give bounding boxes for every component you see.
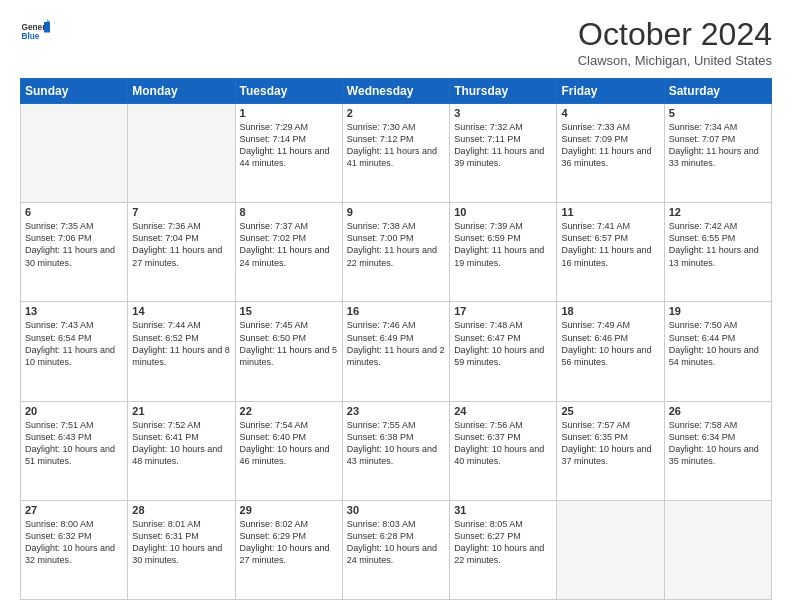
cell-sun-info: Sunrise: 7:49 AM Sunset: 6:46 PM Dayligh… [561, 319, 659, 368]
day-number: 5 [669, 107, 767, 119]
calendar-cell: 30Sunrise: 8:03 AM Sunset: 6:28 PM Dayli… [342, 500, 449, 599]
calendar-week-3: 13Sunrise: 7:43 AM Sunset: 6:54 PM Dayli… [21, 302, 772, 401]
cell-sun-info: Sunrise: 7:33 AM Sunset: 7:09 PM Dayligh… [561, 121, 659, 170]
calendar-cell: 20Sunrise: 7:51 AM Sunset: 6:43 PM Dayli… [21, 401, 128, 500]
calendar-cell: 15Sunrise: 7:45 AM Sunset: 6:50 PM Dayli… [235, 302, 342, 401]
cell-sun-info: Sunrise: 8:00 AM Sunset: 6:32 PM Dayligh… [25, 518, 123, 567]
calendar-cell: 22Sunrise: 7:54 AM Sunset: 6:40 PM Dayli… [235, 401, 342, 500]
day-number: 24 [454, 405, 552, 417]
cell-sun-info: Sunrise: 7:58 AM Sunset: 6:34 PM Dayligh… [669, 419, 767, 468]
day-number: 23 [347, 405, 445, 417]
day-number: 6 [25, 206, 123, 218]
calendar-cell: 4Sunrise: 7:33 AM Sunset: 7:09 PM Daylig… [557, 104, 664, 203]
calendar-cell: 25Sunrise: 7:57 AM Sunset: 6:35 PM Dayli… [557, 401, 664, 500]
day-header-sunday: Sunday [21, 79, 128, 104]
logo: General Blue [20, 16, 50, 46]
day-header-friday: Friday [557, 79, 664, 104]
day-number: 11 [561, 206, 659, 218]
cell-sun-info: Sunrise: 7:42 AM Sunset: 6:55 PM Dayligh… [669, 220, 767, 269]
calendar-cell [557, 500, 664, 599]
day-number: 4 [561, 107, 659, 119]
day-number: 19 [669, 305, 767, 317]
location: Clawson, Michigan, United States [578, 53, 772, 68]
day-number: 3 [454, 107, 552, 119]
cell-sun-info: Sunrise: 7:34 AM Sunset: 7:07 PM Dayligh… [669, 121, 767, 170]
calendar-cell [664, 500, 771, 599]
calendar-cell: 11Sunrise: 7:41 AM Sunset: 6:57 PM Dayli… [557, 203, 664, 302]
calendar-cell: 27Sunrise: 8:00 AM Sunset: 6:32 PM Dayli… [21, 500, 128, 599]
calendar-cell: 18Sunrise: 7:49 AM Sunset: 6:46 PM Dayli… [557, 302, 664, 401]
day-number: 7 [132, 206, 230, 218]
title-block: October 2024 Clawson, Michigan, United S… [578, 16, 772, 68]
day-number: 29 [240, 504, 338, 516]
cell-sun-info: Sunrise: 7:55 AM Sunset: 6:38 PM Dayligh… [347, 419, 445, 468]
calendar-cell: 17Sunrise: 7:48 AM Sunset: 6:47 PM Dayli… [450, 302, 557, 401]
day-header-monday: Monday [128, 79, 235, 104]
calendar-cell: 31Sunrise: 8:05 AM Sunset: 6:27 PM Dayli… [450, 500, 557, 599]
day-number: 13 [25, 305, 123, 317]
day-number: 21 [132, 405, 230, 417]
calendar-cell: 23Sunrise: 7:55 AM Sunset: 6:38 PM Dayli… [342, 401, 449, 500]
day-header-thursday: Thursday [450, 79, 557, 104]
calendar-week-4: 20Sunrise: 7:51 AM Sunset: 6:43 PM Dayli… [21, 401, 772, 500]
cell-sun-info: Sunrise: 7:30 AM Sunset: 7:12 PM Dayligh… [347, 121, 445, 170]
calendar-week-1: 1Sunrise: 7:29 AM Sunset: 7:14 PM Daylig… [21, 104, 772, 203]
cell-sun-info: Sunrise: 7:45 AM Sunset: 6:50 PM Dayligh… [240, 319, 338, 368]
month-title: October 2024 [578, 16, 772, 53]
calendar-week-5: 27Sunrise: 8:00 AM Sunset: 6:32 PM Dayli… [21, 500, 772, 599]
calendar-cell: 8Sunrise: 7:37 AM Sunset: 7:02 PM Daylig… [235, 203, 342, 302]
cell-sun-info: Sunrise: 7:51 AM Sunset: 6:43 PM Dayligh… [25, 419, 123, 468]
day-number: 12 [669, 206, 767, 218]
cell-sun-info: Sunrise: 7:50 AM Sunset: 6:44 PM Dayligh… [669, 319, 767, 368]
day-number: 28 [132, 504, 230, 516]
calendar-cell: 24Sunrise: 7:56 AM Sunset: 6:37 PM Dayli… [450, 401, 557, 500]
calendar-cell: 21Sunrise: 7:52 AM Sunset: 6:41 PM Dayli… [128, 401, 235, 500]
day-number: 9 [347, 206, 445, 218]
svg-marker-2 [44, 22, 50, 33]
calendar-cell: 10Sunrise: 7:39 AM Sunset: 6:59 PM Dayli… [450, 203, 557, 302]
day-number: 20 [25, 405, 123, 417]
cell-sun-info: Sunrise: 7:43 AM Sunset: 6:54 PM Dayligh… [25, 319, 123, 368]
page: General Blue October 2024 Clawson, Michi… [0, 0, 792, 612]
calendar-cell: 9Sunrise: 7:38 AM Sunset: 7:00 PM Daylig… [342, 203, 449, 302]
day-number: 14 [132, 305, 230, 317]
cell-sun-info: Sunrise: 7:56 AM Sunset: 6:37 PM Dayligh… [454, 419, 552, 468]
cell-sun-info: Sunrise: 7:48 AM Sunset: 6:47 PM Dayligh… [454, 319, 552, 368]
calendar-cell: 3Sunrise: 7:32 AM Sunset: 7:11 PM Daylig… [450, 104, 557, 203]
svg-text:Blue: Blue [22, 32, 40, 41]
calendar-table: SundayMondayTuesdayWednesdayThursdayFrid… [20, 78, 772, 600]
calendar-cell [128, 104, 235, 203]
cell-sun-info: Sunrise: 7:36 AM Sunset: 7:04 PM Dayligh… [132, 220, 230, 269]
cell-sun-info: Sunrise: 7:44 AM Sunset: 6:52 PM Dayligh… [132, 319, 230, 368]
day-number: 25 [561, 405, 659, 417]
cell-sun-info: Sunrise: 8:01 AM Sunset: 6:31 PM Dayligh… [132, 518, 230, 567]
calendar-cell: 19Sunrise: 7:50 AM Sunset: 6:44 PM Dayli… [664, 302, 771, 401]
calendar-cell: 6Sunrise: 7:35 AM Sunset: 7:06 PM Daylig… [21, 203, 128, 302]
cell-sun-info: Sunrise: 7:39 AM Sunset: 6:59 PM Dayligh… [454, 220, 552, 269]
calendar-cell: 26Sunrise: 7:58 AM Sunset: 6:34 PM Dayli… [664, 401, 771, 500]
header: General Blue October 2024 Clawson, Michi… [20, 16, 772, 68]
calendar-cell: 7Sunrise: 7:36 AM Sunset: 7:04 PM Daylig… [128, 203, 235, 302]
day-number: 30 [347, 504, 445, 516]
day-header-wednesday: Wednesday [342, 79, 449, 104]
cell-sun-info: Sunrise: 8:03 AM Sunset: 6:28 PM Dayligh… [347, 518, 445, 567]
cell-sun-info: Sunrise: 7:37 AM Sunset: 7:02 PM Dayligh… [240, 220, 338, 269]
calendar-cell: 14Sunrise: 7:44 AM Sunset: 6:52 PM Dayli… [128, 302, 235, 401]
cell-sun-info: Sunrise: 7:29 AM Sunset: 7:14 PM Dayligh… [240, 121, 338, 170]
day-number: 10 [454, 206, 552, 218]
day-header-saturday: Saturday [664, 79, 771, 104]
calendar-cell: 12Sunrise: 7:42 AM Sunset: 6:55 PM Dayli… [664, 203, 771, 302]
day-number: 8 [240, 206, 338, 218]
day-number: 15 [240, 305, 338, 317]
cell-sun-info: Sunrise: 7:38 AM Sunset: 7:00 PM Dayligh… [347, 220, 445, 269]
cell-sun-info: Sunrise: 8:05 AM Sunset: 6:27 PM Dayligh… [454, 518, 552, 567]
day-number: 16 [347, 305, 445, 317]
cell-sun-info: Sunrise: 7:57 AM Sunset: 6:35 PM Dayligh… [561, 419, 659, 468]
calendar-cell: 13Sunrise: 7:43 AM Sunset: 6:54 PM Dayli… [21, 302, 128, 401]
calendar-cell: 29Sunrise: 8:02 AM Sunset: 6:29 PM Dayli… [235, 500, 342, 599]
cell-sun-info: Sunrise: 7:52 AM Sunset: 6:41 PM Dayligh… [132, 419, 230, 468]
calendar-cell: 16Sunrise: 7:46 AM Sunset: 6:49 PM Dayli… [342, 302, 449, 401]
day-number: 2 [347, 107, 445, 119]
day-number: 27 [25, 504, 123, 516]
day-number: 18 [561, 305, 659, 317]
